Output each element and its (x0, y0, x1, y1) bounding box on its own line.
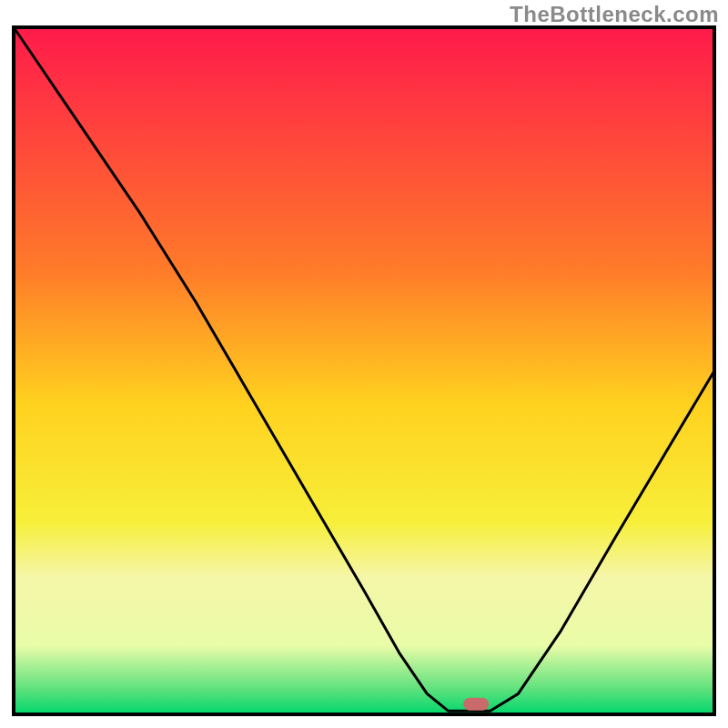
gradient-background (14, 27, 714, 714)
optimal-marker (463, 698, 489, 711)
chart-container: TheBottleneck.com (0, 0, 728, 728)
watermark-text: TheBottleneck.com (510, 2, 719, 27)
bottleneck-chart (0, 0, 728, 728)
